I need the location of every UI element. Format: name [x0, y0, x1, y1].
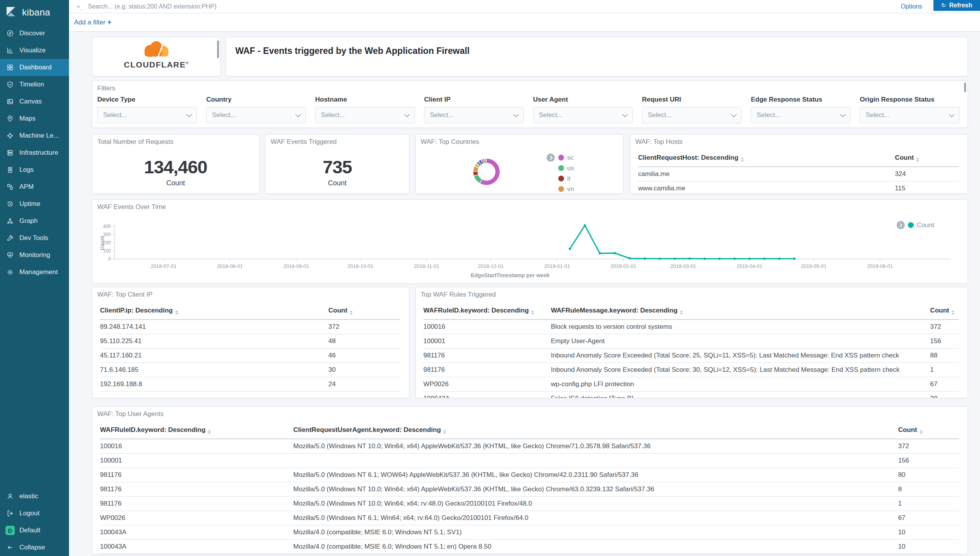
sidebar-item-visualize[interactable]: Visualize — [0, 42, 69, 59]
sidebar-item-label: Uptime — [19, 200, 40, 208]
sort-icon[interactable] — [443, 430, 446, 434]
top-client-ip-panel: WAF: Top Client IP ClientIP.ip: Descendi… — [92, 287, 409, 398]
sidebar-item-dashboard[interactable]: Dashboard — [0, 59, 69, 76]
device-type-filter-select[interactable]: Select... — [97, 107, 197, 123]
svg-text:0: 0 — [108, 256, 111, 262]
legend-label: vn — [567, 185, 574, 193]
column-header-count[interactable]: Count — [328, 307, 400, 319]
sidebar-item-logout[interactable]: Logout — [0, 505, 69, 522]
metric-value: 735 — [266, 156, 409, 178]
svg-text:2019-03-01: 2019-03-01 — [670, 263, 696, 269]
user-agent-filter-select[interactable]: Select... — [533, 107, 633, 123]
sidebar-item-logs[interactable]: Logs — [0, 161, 69, 178]
table-row: 192.169.188.824 — [100, 377, 400, 392]
sidebar-item-label: Infrastructure — [19, 149, 58, 157]
column-header-clientrequesthost[interactable]: ClientRequestHost: Descending — [638, 154, 895, 167]
sidebar-item-discover[interactable]: Discover — [0, 25, 69, 42]
sidebar-item-elastic[interactable]: elastic — [0, 488, 69, 505]
legend-item-sc[interactable]: sc — [558, 152, 574, 163]
sidebar-item-apm[interactable]: APM — [0, 178, 69, 195]
filter-field-hostname: HostnameSelect... — [315, 96, 415, 123]
legend-item-vn[interactable]: vn — [558, 184, 574, 194]
sidebar-item-management[interactable]: Management — [0, 264, 69, 281]
sidebar-item-infrastructure[interactable]: Infrastructure — [0, 144, 69, 161]
column-header-wafruleid-keyword[interactable]: WAFRuleID.keyword: Descending — [423, 307, 551, 319]
sort-icon[interactable] — [920, 430, 923, 434]
table-cell: 48 — [328, 334, 400, 349]
waf-top-user-agents-table: WAFRuleID.keyword: DescendingClientReque… — [100, 426, 959, 554]
sidebar-item-graph[interactable]: Graph — [0, 212, 69, 230]
sort-icon[interactable] — [531, 310, 534, 315]
sidebar-item-default[interactable]: DDefault — [0, 522, 69, 539]
sidebar-item-uptime[interactable]: Uptime — [0, 195, 69, 212]
sort-icon[interactable] — [741, 157, 744, 162]
table-row: www.camilia.me115 — [638, 181, 959, 194]
sidebar-item-collapse[interactable]: Collapse — [0, 539, 69, 556]
sort-icon[interactable] — [350, 310, 353, 315]
panel-title: Total Number of Requests — [97, 138, 174, 146]
sort-icon[interactable] — [208, 430, 211, 434]
search-input[interactable]: Search... (e.g. status:200 AND extension… — [88, 3, 890, 10]
sidebar: kibana DiscoverVisualizeDashboardTimelio… — [0, 0, 69, 556]
top-waf-rules-table: WAFRuleID.keyword: DescendingWAFRuleMess… — [423, 307, 959, 398]
timelion-icon — [6, 81, 14, 88]
visualize-icon — [6, 47, 14, 54]
svg-text:2019-04-01: 2019-04-01 — [737, 263, 763, 269]
events-over-time-panel: WAF Events Over Time Count 0100200300400… — [92, 199, 968, 284]
legend-dot — [558, 186, 564, 192]
sort-icon[interactable] — [916, 157, 919, 162]
sort-icon[interactable] — [951, 310, 954, 315]
legend-label: sc — [567, 154, 574, 162]
add-filter-button[interactable]: Add a filter + — [74, 18, 112, 26]
column-header-clientrequestuseragent-keyword[interactable]: ClientRequestUserAgent.keyword: Descendi… — [293, 426, 898, 439]
request-uri-filter-select[interactable]: Select... — [642, 107, 742, 123]
hostname-filter-select[interactable]: Select... — [315, 107, 415, 123]
sidebar-item-maps[interactable]: Maps — [0, 110, 69, 127]
sidebar-item-machine-le[interactable]: Machine Le... — [0, 127, 69, 144]
management-icon — [6, 268, 14, 276]
filter-fields: Device TypeSelect...CountrySelect...Host… — [97, 96, 959, 123]
column-header-count[interactable]: Count — [895, 154, 959, 167]
column-header-count[interactable]: Count — [898, 426, 959, 439]
column-header-clientip-ip[interactable]: ClientIP.ip: Descending — [100, 307, 328, 319]
top-countries-donut[interactable] — [473, 159, 500, 185]
origin-response-status-filter-select[interactable]: Select... — [860, 107, 959, 123]
table-cell: Mozilla/5.0 (Windows NT 10.0; Win64; x64… — [293, 482, 898, 497]
refresh-button[interactable]: ↻ Refresh — [933, 0, 980, 11]
legend-item-it[interactable]: it — [558, 173, 574, 184]
svg-text:2019-06-01: 2019-06-01 — [867, 263, 893, 269]
table-cell: 24 — [328, 377, 400, 392]
metric-label: Count — [266, 179, 409, 187]
filter-label: User Agent — [533, 96, 633, 104]
sort-icon[interactable] — [680, 310, 683, 315]
legend-expand-icon[interactable] — [547, 154, 555, 162]
canvas-icon — [6, 98, 14, 105]
table-row: 89.248.174.141372 — [100, 319, 400, 334]
country-filter-select[interactable]: Select... — [206, 107, 306, 123]
sidebar-item-dev-tools[interactable]: Dev Tools — [0, 230, 69, 247]
sidebar-item-label: Logs — [19, 166, 34, 174]
edge-response-status-filter-select[interactable]: Select... — [751, 107, 851, 123]
column-header-wafrulemessage-keyword[interactable]: WAFRuleMessage.keyword: Descending — [551, 307, 930, 319]
monitoring-icon — [6, 251, 14, 259]
panel-scrollbar[interactable] — [964, 83, 966, 92]
column-header-wafruleid-keyword[interactable]: WAFRuleID.keyword: Descending — [100, 426, 293, 439]
table-cell: 981176 — [100, 468, 293, 482]
kibana-logo[interactable]: kibana — [0, 0, 69, 25]
sort-icon[interactable] — [175, 310, 178, 315]
legend-item-us[interactable]: us — [558, 163, 574, 173]
sidebar-item-label: Visualize — [19, 47, 46, 54]
panel-scrollbar[interactable] — [217, 40, 219, 58]
table-row: 981176Inbound Anomaly Score Exceeded (To… — [423, 363, 959, 377]
chevron-down-icon — [949, 111, 954, 117]
table-cell: 89.248.174.141 — [100, 319, 328, 334]
sidebar-item-timelion[interactable]: Timelion — [0, 76, 69, 93]
client-ip-filter-select[interactable]: Select... — [424, 107, 524, 123]
sidebar-item-canvas[interactable]: Canvas — [0, 93, 69, 110]
sidebar-item-monitoring[interactable]: Monitoring — [0, 247, 69, 264]
apm-icon — [6, 183, 14, 191]
table-cell: False IE6 detection [Type B] — [551, 392, 930, 399]
options-button[interactable]: Options — [890, 0, 933, 13]
table-cell: 324 — [895, 167, 959, 181]
column-header-count[interactable]: Count — [930, 307, 959, 319]
